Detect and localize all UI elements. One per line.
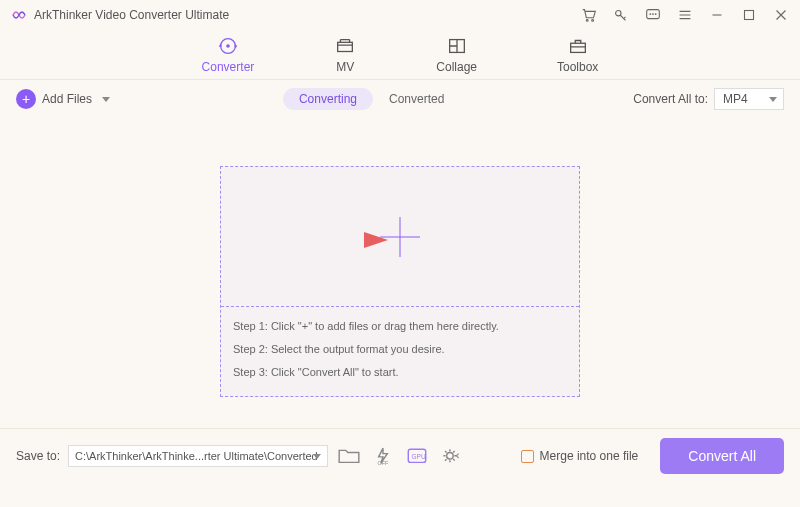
gpu-badge-button[interactable]: GPU <box>404 445 430 467</box>
menu-icon[interactable] <box>676 6 694 24</box>
convert-all-to: Convert All to: MP4 <box>633 88 784 110</box>
converter-icon <box>217 35 239 57</box>
mv-icon <box>334 35 356 57</box>
step-3: Step 3: Click "Convert All" to start. <box>233 367 567 378</box>
key-icon[interactable] <box>612 6 630 24</box>
dropzone-instructions: Step 1: Click "+" to add files or drag t… <box>221 307 579 396</box>
main-area: Step 1: Click "+" to add files or drag t… <box>0 118 800 428</box>
merge-label: Merge into one file <box>540 449 639 463</box>
tab-converter[interactable]: Converter <box>202 35 255 74</box>
open-folder-button[interactable] <box>336 445 362 467</box>
status-segments: Converting Converted <box>283 88 460 110</box>
bottom-bar: Save to: C:\ArkThinker\ArkThinke...rter … <box>0 428 800 483</box>
svg-rect-4 <box>745 11 754 20</box>
close-icon[interactable] <box>772 6 790 24</box>
maximize-icon[interactable] <box>740 6 758 24</box>
dropzone-top[interactable] <box>221 167 579 307</box>
add-files-button[interactable]: + Add Files <box>16 89 110 109</box>
cart-icon[interactable] <box>580 6 598 24</box>
checkbox-icon <box>521 450 534 463</box>
svg-point-0 <box>586 20 588 22</box>
format-select[interactable]: MP4 <box>714 88 784 110</box>
tab-label: MV <box>336 60 354 74</box>
step-1: Step 1: Click "+" to add files or drag t… <box>233 321 567 332</box>
collage-icon <box>446 35 468 57</box>
merge-checkbox[interactable]: Merge into one file <box>521 449 639 463</box>
svg-text:GPU: GPU <box>412 453 426 460</box>
toolbar: + Add Files Converting Converted Convert… <box>0 80 800 118</box>
svg-point-6 <box>226 44 230 48</box>
settings-button[interactable] <box>438 445 464 467</box>
svg-rect-9 <box>570 43 585 52</box>
window-controls <box>580 6 790 24</box>
segment-converted[interactable]: Converted <box>373 88 460 110</box>
title-bar: ArkThinker Video Converter Ultimate <box>0 0 800 30</box>
svg-rect-7 <box>338 42 353 51</box>
plus-icon: + <box>16 89 36 109</box>
tab-toolbox[interactable]: Toolbox <box>557 35 598 74</box>
toolbox-icon <box>567 35 589 57</box>
step-2: Step 2: Select the output format you des… <box>233 344 567 355</box>
chat-icon[interactable] <box>644 6 662 24</box>
minimize-icon[interactable] <box>708 6 726 24</box>
convert-all-button[interactable]: Convert All <box>660 438 784 474</box>
tab-label: Converter <box>202 60 255 74</box>
format-value: MP4 <box>723 92 748 106</box>
svg-point-1 <box>592 20 594 22</box>
chevron-down-icon <box>102 97 110 102</box>
add-plus-icon[interactable] <box>380 217 420 257</box>
tab-label: Collage <box>436 60 477 74</box>
convert-all-to-label: Convert All to: <box>633 92 708 106</box>
tab-collage[interactable]: Collage <box>436 35 477 74</box>
svg-text:OFF: OFF <box>378 460 390 466</box>
app-title: ArkThinker Video Converter Ultimate <box>34 8 580 22</box>
chevron-down-icon <box>313 454 321 459</box>
save-to-label: Save to: <box>16 449 60 463</box>
segment-converting[interactable]: Converting <box>283 88 373 110</box>
dropzone[interactable]: Step 1: Click "+" to add files or drag t… <box>220 166 580 397</box>
tab-label: Toolbox <box>557 60 598 74</box>
add-files-label: Add Files <box>42 92 92 106</box>
tab-mv[interactable]: MV <box>334 35 356 74</box>
svg-point-15 <box>447 453 454 460</box>
save-path-select[interactable]: C:\ArkThinker\ArkThinke...rter Ultimate\… <box>68 445 328 467</box>
main-tabs: Converter MV Collage Toolbox <box>0 30 800 80</box>
save-path-value: C:\ArkThinker\ArkThinke...rter Ultimate\… <box>75 450 318 462</box>
hardware-accel-button[interactable]: OFF <box>370 445 396 467</box>
chevron-down-icon <box>769 97 777 102</box>
app-logo-icon <box>10 6 28 24</box>
